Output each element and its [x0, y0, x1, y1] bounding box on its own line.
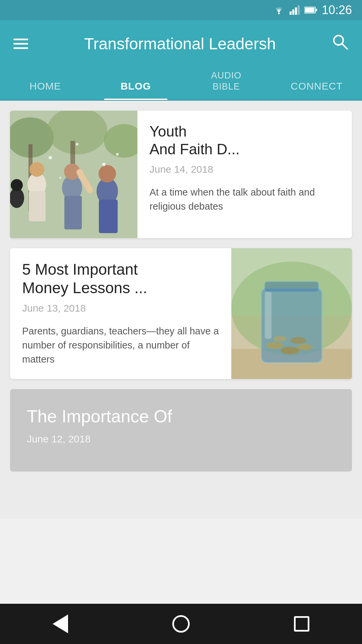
battery-icon: [304, 6, 317, 14]
svg-point-30: [102, 163, 106, 166]
crowd-image: [10, 111, 137, 238]
back-triangle-icon: [53, 614, 68, 633]
home-circle-icon: [172, 615, 190, 633]
status-time: 10:26: [322, 3, 352, 17]
status-icons: 10:26: [273, 3, 352, 17]
home-button[interactable]: [168, 610, 194, 637]
svg-rect-7: [315, 9, 317, 11]
svg-rect-25: [99, 200, 118, 233]
svg-rect-2: [292, 9, 294, 15]
tab-home[interactable]: HOME: [0, 80, 90, 100]
svg-point-31: [59, 177, 61, 179]
navigation-tabs: HOME BLOG AUDIOBIBLE CONNECT: [0, 67, 362, 101]
svg-point-28: [49, 156, 52, 159]
card-1-image: [10, 111, 137, 238]
svg-line-9: [342, 44, 347, 49]
svg-point-27: [11, 179, 23, 191]
svg-rect-6: [305, 8, 314, 12]
card-1-title: YouthAnd Faith D...: [149, 123, 340, 158]
card-2-date: June 13, 2018: [22, 303, 219, 314]
svg-rect-21: [64, 196, 82, 229]
back-button[interactable]: [47, 610, 74, 637]
tab-audio-bible[interactable]: AUDIOBIBLE: [181, 70, 272, 100]
recent-square-icon: [294, 616, 309, 632]
blog-card-3[interactable]: The Importance Of June 12, 2018: [10, 389, 352, 472]
signal-icon: [290, 5, 300, 15]
svg-rect-3: [295, 7, 297, 15]
tab-blog[interactable]: BLOG: [90, 80, 181, 100]
card-1-excerpt: At a time when the talk about faith and …: [149, 185, 340, 213]
wifi-icon: [273, 5, 285, 15]
card-1-date: June 14, 2018: [149, 164, 340, 175]
card-3-title: The Importance Of: [27, 406, 335, 427]
card-2-image: [231, 248, 352, 379]
svg-point-32: [116, 153, 119, 156]
tab-connect[interactable]: CONNECT: [272, 80, 362, 100]
card-3-date: June 12, 2018: [27, 433, 335, 445]
app-header: Transformational Leadersh: [0, 20, 362, 67]
card-1-text: YouthAnd Faith D... June 14, 2018 At a t…: [137, 111, 352, 238]
blog-card-1[interactable]: YouthAnd Faith D... June 14, 2018 At a t…: [10, 111, 352, 238]
search-button[interactable]: [332, 34, 349, 54]
card-2-title: 5 Most ImportantMoney Lessons ...: [22, 260, 219, 297]
main-content: YouthAnd Faith D... June 14, 2018 At a t…: [0, 101, 362, 519]
jar-image: [231, 248, 352, 379]
card-2-excerpt: Parents, guardians, teachers—they all ha…: [22, 324, 219, 366]
svg-rect-1: [290, 11, 292, 15]
hamburger-menu-button[interactable]: [13, 39, 28, 49]
svg-point-24: [99, 165, 116, 182]
svg-point-17: [29, 162, 44, 177]
svg-rect-45: [265, 292, 272, 339]
app-title: Transformational Leadersh: [84, 35, 276, 53]
card-2-text: 5 Most ImportantMoney Lessons ... June 1…: [10, 248, 231, 379]
recent-apps-button[interactable]: [288, 610, 315, 637]
svg-rect-18: [29, 191, 46, 221]
svg-rect-4: [298, 5, 300, 15]
blog-card-2[interactable]: 5 Most ImportantMoney Lessons ... June 1…: [10, 248, 352, 379]
svg-point-0: [278, 13, 280, 14]
svg-point-29: [76, 143, 78, 146]
status-bar: 10:26: [0, 0, 362, 20]
bottom-navigation: [0, 604, 362, 644]
